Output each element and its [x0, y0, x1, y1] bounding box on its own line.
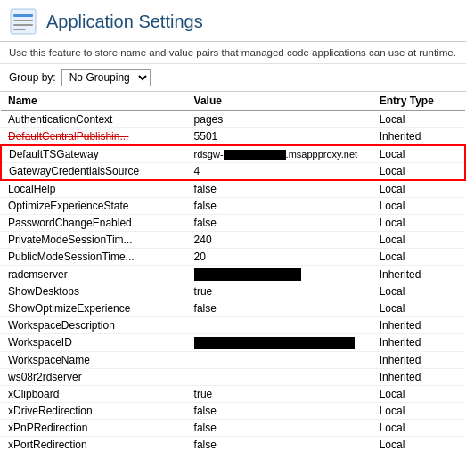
cell-value: pages — [187, 111, 372, 128]
cell-value: false — [187, 436, 372, 448]
cell-name: WorkspaceID — [1, 333, 187, 351]
cell-type: Local — [372, 419, 465, 436]
cell-type: Local — [372, 385, 465, 402]
cell-value — [187, 266, 372, 283]
col-header-name: Name — [1, 92, 187, 111]
cell-value: true — [187, 385, 372, 402]
cell-name: PrivateModeSessionTim... — [1, 232, 187, 249]
cell-type: Local — [372, 249, 465, 266]
cell-value: false — [187, 402, 372, 419]
col-header-value: Value — [187, 92, 372, 111]
svg-rect-1 — [13, 14, 33, 17]
cell-type: Local — [372, 232, 465, 249]
cell-type: Local — [372, 163, 465, 181]
app-settings-icon — [9, 7, 37, 36]
cell-name: DefaultCentralPublishin... — [1, 128, 187, 146]
page-header: Application Settings — [0, 0, 466, 42]
table-row[interactable]: PublicModeSessionTime...20Local — [1, 249, 465, 266]
table-row[interactable]: WorkspaceDescriptionInherited — [1, 316, 465, 333]
cell-type: Inherited — [372, 368, 465, 385]
cell-type: Inherited — [372, 333, 465, 351]
table-row[interactable]: ShowOptimizeExperiencefalseLocal — [1, 300, 465, 316]
cell-name: ws08r2rdserver — [1, 368, 187, 385]
cell-value: 5501 — [187, 128, 372, 146]
cell-type: Inherited — [372, 128, 465, 146]
table-row[interactable]: xClipboardtrueLocal — [1, 385, 465, 402]
cell-value: false — [187, 300, 372, 316]
cell-name: DefaultTSGateway — [1, 145, 187, 163]
groupby-label: Group by: — [9, 71, 56, 84]
table-body: AuthenticationContextpagesLocalDefaultCe… — [1, 111, 465, 448]
table-row[interactable]: OptimizeExperienceStatefalseLocal — [1, 198, 465, 215]
table-row[interactable]: DefaultTSGatewayrdsgw-.msappproxy.netLoc… — [1, 145, 465, 163]
cell-value: false — [187, 215, 372, 232]
cell-name: ShowOptimizeExperience — [1, 300, 187, 316]
cell-type: Local — [372, 402, 465, 419]
svg-rect-3 — [13, 24, 33, 26]
table-row[interactable]: WorkspaceNameInherited — [1, 351, 465, 368]
cell-value — [187, 333, 372, 351]
table-row[interactable]: ws08r2rdserverInherited — [1, 368, 465, 385]
cell-type: Local — [372, 198, 465, 215]
table-row[interactable]: radcmserverInherited — [1, 266, 465, 283]
table-header-row: Name Value Entry Type — [1, 92, 465, 111]
cell-type: Local — [372, 145, 465, 163]
cell-name: xPortRedirection — [1, 436, 187, 448]
cell-name: xDriveRedirection — [1, 402, 187, 419]
table-row[interactable]: WorkspaceIDInherited — [1, 333, 465, 351]
cell-value — [187, 316, 372, 333]
cell-type: Local — [372, 283, 465, 300]
cell-name: xPnPRedirection — [1, 419, 187, 436]
cell-value: false — [187, 198, 372, 215]
table-row[interactable]: GatewayCredentialsSource4Local — [1, 163, 465, 181]
groupby-bar: Group by: No GroupingEntry Type — [0, 64, 466, 92]
cell-type: Local — [372, 300, 465, 316]
table-row[interactable]: PasswordChangeEnabledfalseLocal — [1, 215, 465, 232]
svg-rect-2 — [13, 20, 33, 21]
cell-name: LocalHelp — [1, 180, 187, 198]
cell-value: 20 — [187, 249, 372, 266]
table-row[interactable]: LocalHelpfalseLocal — [1, 180, 465, 198]
cell-type: Local — [372, 436, 465, 448]
cell-name: PublicModeSessionTime... — [1, 249, 187, 266]
table-row[interactable]: xPnPRedirectionfalseLocal — [1, 419, 465, 436]
cell-name: WorkspaceDescription — [1, 316, 187, 333]
svg-rect-4 — [13, 29, 26, 30]
page-description: Use this feature to store name and value… — [0, 42, 466, 64]
cell-name: WorkspaceName — [1, 351, 187, 368]
cell-name: GatewayCredentialsSource — [1, 163, 187, 181]
cell-value: rdsgw-.msappproxy.net — [187, 145, 372, 163]
cell-value — [187, 368, 372, 385]
cell-value — [187, 351, 372, 368]
table-row[interactable]: AuthenticationContextpagesLocal — [1, 111, 465, 128]
table-row[interactable]: DefaultCentralPublishin...5501Inherited — [1, 128, 465, 146]
cell-value: 240 — [187, 232, 372, 249]
cell-type: Inherited — [372, 266, 465, 283]
cell-name: radcmserver — [1, 266, 187, 283]
table-row[interactable]: xPortRedirectionfalseLocal — [1, 436, 465, 448]
cell-name: PasswordChangeEnabled — [1, 215, 187, 232]
cell-name: ShowDesktops — [1, 283, 187, 300]
cell-type: Inherited — [372, 316, 465, 333]
cell-type: Local — [372, 215, 465, 232]
cell-type: Inherited — [372, 351, 465, 368]
cell-name: OptimizeExperienceState — [1, 198, 187, 215]
cell-type: Local — [372, 180, 465, 198]
cell-value: false — [187, 419, 372, 436]
groupby-select[interactable]: No GroupingEntry Type — [61, 69, 151, 86]
cell-value: 4 — [187, 163, 372, 181]
cell-value: false — [187, 180, 372, 198]
cell-value: true — [187, 283, 372, 300]
settings-table-container: Name Value Entry Type AuthenticationCont… — [0, 92, 466, 448]
table-row[interactable]: PrivateModeSessionTim...240Local — [1, 232, 465, 249]
table-row[interactable]: xDriveRedirectionfalseLocal — [1, 402, 465, 419]
page-title: Application Settings — [46, 12, 203, 32]
cell-type: Local — [372, 111, 465, 128]
col-header-type: Entry Type — [372, 92, 465, 111]
cell-name: xClipboard — [1, 385, 187, 402]
table-row[interactable]: ShowDesktopstrueLocal — [1, 283, 465, 300]
cell-name: AuthenticationContext — [1, 111, 187, 128]
settings-table: Name Value Entry Type AuthenticationCont… — [0, 92, 466, 448]
